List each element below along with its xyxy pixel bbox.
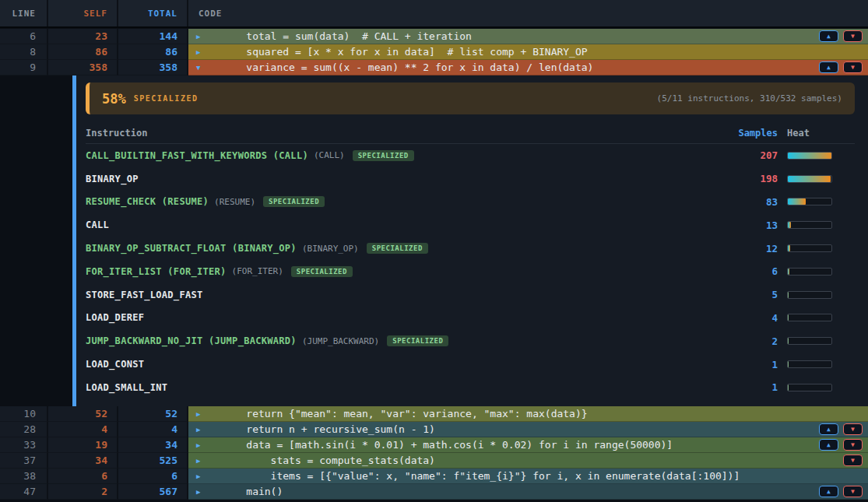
code-row-line-47[interactable]: 47 2 567 ▶ main() ▲ ▼ [0, 484, 868, 500]
instruction-name: STORE_FAST_LOAD_FAST [86, 290, 203, 300]
jump-next-button[interactable]: ▼ [843, 486, 863, 497]
heat-bar-fill [788, 269, 789, 275]
total-samples: 34 [118, 437, 188, 453]
code-cell: ▶ return {"mean": mean, "var": variance,… [188, 406, 868, 422]
samples-column-header[interactable]: Samples [731, 128, 778, 139]
instruction-row: RESUME_CHECK (RESUME) (RESUME) SPECIALIZ… [86, 191, 855, 214]
instruction-column-header: Instruction [86, 128, 147, 139]
heat-bar [787, 360, 832, 368]
instruction-samples: 2 [731, 335, 778, 347]
instruction-detail-panel: 58% SPECIALIZED (5/11 instructions, 310/… [0, 75, 868, 406]
code-row-line-10[interactable]: 10 52 52 ▶ return {"mean": mean, "var": … [0, 406, 868, 422]
instruction-samples: 198 [731, 173, 778, 184]
instruction-samples: 13 [731, 219, 778, 231]
instruction-name: LOAD_DEREF [86, 312, 144, 323]
line-number: 6 [0, 29, 48, 44]
expand-arrow-icon[interactable]: ▶ [196, 33, 222, 40]
expand-arrow-icon[interactable]: ▶ [196, 457, 222, 465]
line-number: 9 [0, 60, 48, 75]
instruction-samples: 207 [731, 149, 778, 161]
line-number: 28 [0, 422, 48, 437]
instruction-name: BINARY_OP_SUBTRACT_FLOAT (BINARY_OP) [86, 243, 297, 254]
heat-bar [787, 221, 832, 229]
jump-next-button[interactable]: ▼ [843, 30, 863, 42]
heat-bar [787, 291, 832, 299]
code-row-line-28[interactable]: 28 4 4 ▶ return n + recursive_sum(n - 1)… [0, 422, 868, 437]
total-samples: 6 [118, 469, 188, 484]
self-samples: 23 [48, 29, 118, 44]
expand-arrow-icon[interactable]: ▶ [196, 410, 222, 418]
expand-arrow-icon[interactable]: ▶ [196, 441, 222, 449]
jump-next-button[interactable]: ▼ [843, 439, 863, 451]
instruction-name: BINARY_OP [86, 174, 139, 184]
code-cell: ▶ squared = [x * x for x in data] # list… [188, 44, 868, 60]
instruction-base-opcode: (JUMP_BACKWARD) [302, 336, 379, 346]
instruction-row: BINARY_OP 198 [86, 167, 855, 191]
jump-next-button[interactable]: ▼ [843, 423, 863, 435]
jump-prev-button[interactable]: ▲ [819, 30, 838, 42]
code-cell: ▶ data = [math.sin(i * 0.01) + math.cos(… [188, 437, 868, 453]
line-number: 10 [0, 406, 48, 422]
code-text: squared = [x * x for x in data] # list c… [222, 46, 588, 58]
code-text: total = sum(data) # CALL + iteration [222, 30, 472, 42]
column-header-line: LINE [0, 0, 48, 26]
jump-next-button[interactable]: ▼ [843, 455, 863, 466]
code-cell: ▶ main() ▲ ▼ [188, 484, 868, 500]
instruction-base-opcode: (CALL) [314, 150, 345, 160]
heat-bar-fill [788, 176, 831, 182]
instruction-detail-content: 58% SPECIALIZED (5/11 instructions, 310/… [76, 75, 868, 406]
instruction-name: FOR_ITER_LIST (FOR_ITER) [86, 266, 227, 277]
jump-prev-button[interactable]: ▲ [819, 423, 838, 435]
line-number: 37 [0, 453, 48, 469]
instruction-row: CALL 13 [86, 213, 855, 237]
specialized-label: SPECIALIZED [134, 94, 199, 103]
code-row-line-6[interactable]: 6 23 144 ▶ total = sum(data) # CALL + it… [0, 29, 868, 44]
expand-arrow-icon[interactable]: ▶ [196, 472, 222, 480]
code-row-line-8[interactable]: 8 86 86 ▶ squared = [x * x for x in data… [0, 44, 868, 60]
instruction-name: LOAD_CONST [86, 359, 144, 370]
jump-next-button[interactable]: ▼ [843, 61, 863, 73]
code-cell: ▼ variance = sum((x - mean) ** 2 for x i… [188, 60, 868, 75]
instruction-name: JUMP_BACKWARD_NO_JIT (JUMP_BACKWARD) [86, 335, 297, 346]
code-row-line-37[interactable]: 37 34 525 ▶ stats = compute_stats(data) … [0, 453, 868, 469]
instruction-samples: 1 [731, 359, 778, 370]
column-header-self[interactable]: SELF [48, 0, 118, 26]
expand-arrow-icon[interactable]: ▶ [196, 426, 222, 434]
specialized-badge: SPECIALIZED [291, 266, 353, 277]
instruction-samples: 4 [731, 312, 778, 324]
instruction-name: CALL [86, 219, 109, 230]
instruction-row: JUMP_BACKWARD_NO_JIT (JUMP_BACKWARD) (JU… [86, 329, 855, 353]
jump-prev-button[interactable]: ▲ [819, 439, 838, 451]
self-samples: 358 [48, 60, 118, 75]
instruction-row: LOAD_DEREF 4 [86, 307, 855, 330]
code-row-line-38[interactable]: 38 6 6 ▶ items = [{"value": x, "name": f… [0, 469, 868, 484]
heat-bar-fill [788, 153, 832, 159]
jump-prev-button[interactable]: ▲ [819, 61, 838, 73]
instruction-name: RESUME_CHECK (RESUME) [86, 196, 209, 207]
code-text: data = [math.sin(i * 0.01) + math.cos(i … [222, 439, 673, 451]
instruction-row: STORE_FAST_LOAD_FAST 5 [86, 283, 855, 307]
specialized-badge: SPECIALIZED [387, 335, 448, 346]
total-samples: 86 [118, 44, 188, 60]
heat-column-header: Heat [787, 128, 832, 139]
line-number: 47 [0, 484, 48, 500]
code-row-line-33[interactable]: 33 19 34 ▶ data = [math.sin(i * 0.01) + … [0, 437, 868, 453]
collapse-arrow-icon[interactable]: ▼ [196, 64, 222, 72]
instruction-table-header: Instruction Samples Heat [86, 127, 855, 139]
column-header-total[interactable]: TOTAL [118, 0, 188, 26]
instruction-row: BINARY_OP_SUBTRACT_FLOAT (BINARY_OP) (BI… [86, 237, 855, 260]
code-text: return n + recursive_sum(n - 1) [222, 423, 435, 435]
total-samples: 52 [118, 406, 188, 422]
code-row-line-9[interactable]: 9 358 358 ▼ variance = sum((x - mean) **… [0, 60, 868, 75]
self-samples: 2 [48, 484, 118, 500]
heat-bar [787, 175, 832, 183]
heat-bar-fill [788, 198, 806, 205]
self-samples: 6 [48, 469, 118, 484]
line-number: 38 [0, 469, 48, 484]
code-text: return {"mean": mean, "var": variance, "… [222, 408, 588, 420]
heat-bar [787, 244, 832, 252]
code-text: stats = compute_stats(data) [222, 455, 435, 466]
jump-prev-button[interactable]: ▲ [819, 486, 838, 497]
expand-arrow-icon[interactable]: ▶ [196, 488, 222, 496]
expand-arrow-icon[interactable]: ▶ [196, 48, 222, 56]
